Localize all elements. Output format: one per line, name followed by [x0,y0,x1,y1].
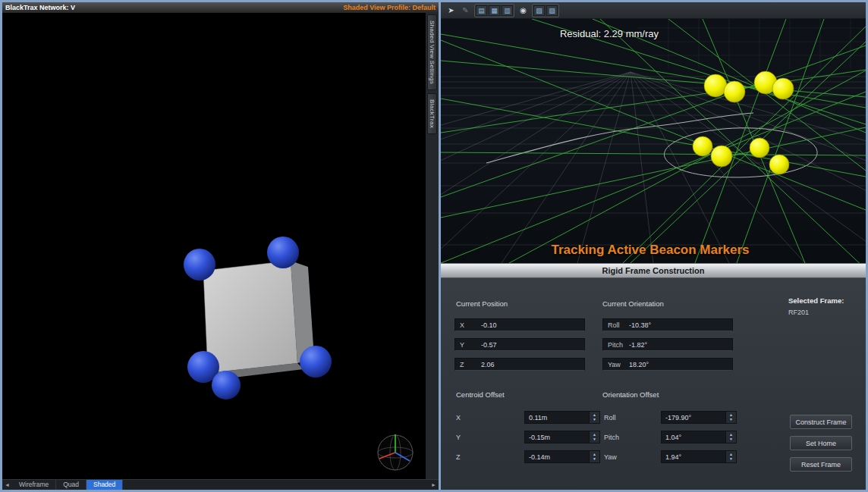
view-mode-tabbar: ◄ Wireframe Quad Shaded ► [2,479,439,490]
orientation-gizmo [378,434,413,470]
field-value: 2.06 [481,361,495,368]
shaded-view-panel: BlackTrax Network: V Shaded View Profile… [2,2,439,490]
viewport-mode-icon-2[interactable]: ▨ [546,5,558,16]
tab-scroll-left-icon[interactable]: ◄ [2,482,12,487]
centroid-offset-z-input[interactable]: -0.14m ▲▼ [524,450,600,463]
select-tool-icon[interactable]: ➤ [445,5,457,16]
spin-value[interactable]: -0.14m [524,450,589,463]
camera-view-icon-3[interactable]: ▥ [502,5,513,16]
orientation-offset-pitch-label: Pitch [604,434,619,441]
tab-shaded[interactable]: Shaded [86,480,123,490]
field-value: -1.82° [629,341,647,349]
spin-value[interactable]: -0.15m [524,431,589,443]
viewport-mode-icon-1[interactable]: ▧ [533,5,545,16]
set-home-button[interactable]: Set Home [790,436,852,450]
pen-tool-icon[interactable]: ✎ [460,5,471,16]
stepper: ▲▼ [725,450,737,463]
tab-wireframe[interactable]: Wireframe [12,480,56,490]
selected-frame-value: RF201 [788,309,809,316]
stepper-down-icon[interactable]: ▼ [729,437,733,441]
field-label: X [455,321,481,329]
orientation-offset-pitch-input[interactable]: 1.04° ▲▼ [661,431,737,443]
orientation-offset-yaw-label: Yaw [604,453,617,461]
field-value: -10.38° [629,321,651,329]
orientation-offset-yaw-input[interactable]: 1.94° ▲▼ [661,450,737,463]
left-titlebar: BlackTrax Network: V Shaded View Profile… [2,2,439,13]
field-value: 18.20° [629,361,649,368]
centroid-offset-x-input[interactable]: 0.11m ▲▼ [524,411,600,424]
spin-value[interactable]: 1.94° [661,450,725,463]
orientation-offset-title: Orientation Offset [602,390,659,399]
stepper-down-icon[interactable]: ▼ [593,457,596,461]
rigid-frame-form: Current Position Current Orientation Sel… [441,278,866,490]
centroid-offset-y-label: Y [456,434,461,441]
centroid-offset-y-input[interactable]: -0.15m ▲▼ [524,431,600,443]
current-position-y-field: Y -0.57 [454,338,585,351]
viewport-mode-group: ▧ ▨ [532,4,559,17]
current-position-x-field: X -0.10 [454,318,585,331]
current-position-title: Current Position [456,299,508,308]
field-value: -0.10 [481,321,497,329]
current-orientation-yaw-field: Yaw 18.20° [602,358,733,371]
side-tab-strip: Shaded View Settings BlackTrax [426,13,439,479]
field-label: Pitch [603,341,629,349]
current-position-z-field: Z 2.06 [454,358,585,371]
shaded-3d-viewport[interactable] [2,13,426,479]
centroid-offset-x-label: X [456,414,461,421]
field-label: Roll [603,321,629,329]
camera-view-icon-1[interactable]: ▤ [476,5,487,16]
visibility-icon[interactable]: ◉ [517,5,529,16]
tracking-status-text: Tracking Active Beacon Markers [514,243,787,258]
app-window: BlackTrax Network: V Shaded View Profile… [0,0,868,492]
stepper-down-icon[interactable]: ▼ [593,418,596,421]
spin-value[interactable]: 0.11m [524,411,589,424]
viewport-toolbar: ➤ ✎ ▤ ▦ ▥ ◉ ▧ ▨ [441,2,866,19]
rigid-body-cube [203,261,314,380]
reset-frame-button[interactable]: Reset Frame [790,457,852,472]
stepper: ▲▼ [589,431,600,443]
shaded-view-profile-label: Shaded View Profile: Default [343,4,436,11]
centroid-offset-title: Centroid Offset [456,390,505,399]
window-title: BlackTrax Network: V [5,4,75,11]
tab-scroll-right-icon[interactable]: ► [429,482,439,487]
camera-view-icon-2[interactable]: ▦ [489,5,500,16]
selected-frame-title: Selected Frame: [788,296,844,305]
residual-readout: Residual: 2.29 mm/ray [526,28,693,39]
construct-frame-button[interactable]: Construct Frame [790,415,852,429]
field-label: Y [455,341,481,349]
current-orientation-title: Current Orientation [602,299,664,308]
tab-quad[interactable]: Quad [56,480,86,490]
tracking-panel: ➤ ✎ ▤ ▦ ▥ ◉ ▧ ▨ [441,2,866,490]
stepper: ▲▼ [725,411,737,424]
field-label: Yaw [603,361,629,368]
tracking-3d-viewport[interactable]: Residual: 2.29 mm/ray Tracking Active Be… [441,19,866,263]
field-label: Z [455,361,481,368]
stepper: ▲▼ [725,431,737,443]
tab-blacktrax[interactable]: BlackTrax [427,93,437,134]
current-orientation-pitch-field: Pitch -1.82° [602,338,733,351]
tab-shaded-view-settings[interactable]: Shaded View Settings [427,14,437,90]
stepper: ▲▼ [589,411,600,424]
stepper: ▲▼ [589,450,600,463]
stepper-down-icon[interactable]: ▼ [593,437,596,441]
stepper-down-icon[interactable]: ▼ [729,418,733,421]
stepper-down-icon[interactable]: ▼ [729,457,733,461]
camera-view-group: ▤ ▦ ▥ [474,4,514,17]
orientation-offset-roll-label: Roll [604,414,616,421]
centroid-offset-z-label: Z [456,453,461,461]
current-orientation-roll-field: Roll -10.38° [602,318,733,331]
spin-value[interactable]: 1.04° [661,431,725,443]
rigid-frame-construction-header: Rigid Frame Construction [441,263,866,278]
spin-value[interactable]: -179.90° [661,411,725,424]
orientation-offset-roll-input[interactable]: -179.90° ▲▼ [661,411,737,424]
field-value: -0.57 [481,341,497,349]
